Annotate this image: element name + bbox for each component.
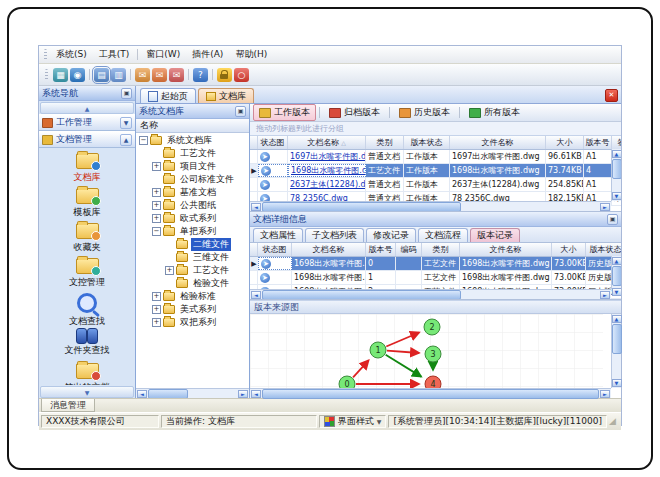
tree-node[interactable]: +双把系列 bbox=[136, 316, 249, 329]
header-cell[interactable]: 文件名称 bbox=[460, 243, 552, 256]
version-filter-button[interactable]: 工作版本 bbox=[253, 104, 316, 121]
scroll-up-icon[interactable]: ▲ bbox=[612, 150, 622, 158]
tree-node[interactable]: +基准文档 bbox=[136, 186, 249, 199]
grid-vscrollbar[interactable]: ▲▼ bbox=[611, 149, 621, 201]
pin-icon[interactable]: ▣ bbox=[121, 88, 132, 99]
document-link[interactable]: 2637主体(12284).dwg bbox=[290, 179, 366, 190]
menu-item[interactable]: 系统(S) bbox=[50, 47, 93, 62]
table-row[interactable]: ➤1697出水嘴零件图.dwg普通文档工作版本1697出水嘴零件图.dwg96.… bbox=[250, 150, 621, 164]
tree-node[interactable]: +公共图纸 bbox=[136, 199, 249, 212]
graph-hscrollbar[interactable]: ◄ ► bbox=[250, 388, 611, 398]
scroll-right-icon[interactable]: ► bbox=[600, 291, 610, 299]
header-cell[interactable]: 版本号 bbox=[366, 243, 396, 256]
tree-node[interactable]: +项目文件 bbox=[136, 160, 249, 173]
scroll-thumb[interactable] bbox=[612, 324, 622, 354]
mail-icon[interactable]: ✉ bbox=[135, 68, 150, 82]
resize-grip[interactable]: ◢ bbox=[609, 415, 619, 428]
menu-item[interactable]: 窗口(W) bbox=[140, 47, 186, 62]
tree-node[interactable]: +美式系列 bbox=[136, 303, 249, 316]
tree-node[interactable]: 二维文件 bbox=[136, 238, 249, 251]
grid-hscrollbar[interactable]: ◄► bbox=[250, 289, 611, 299]
scroll-right-icon[interactable]: ► bbox=[238, 390, 248, 398]
globe-icon[interactable]: ◉ bbox=[70, 68, 85, 82]
header-cell[interactable]: 大小 bbox=[546, 136, 584, 149]
graph-vscrollbar[interactable]: ▲ ▼ bbox=[611, 314, 621, 388]
toolbar-grip[interactable] bbox=[45, 69, 48, 80]
version-filter-button[interactable]: 所有版本 bbox=[463, 104, 526, 121]
expand-icon[interactable]: + bbox=[152, 188, 161, 197]
tree-node[interactable]: +工艺文件 bbox=[136, 264, 249, 277]
tree-node[interactable]: 工艺文件 bbox=[136, 147, 249, 160]
details-tab-子文档列表[interactable]: 子文档列表 bbox=[305, 228, 364, 242]
expand-icon[interactable]: + bbox=[152, 292, 161, 301]
header-cell[interactable]: 文件名称 bbox=[450, 136, 546, 149]
scroll-left-icon[interactable]: ◄ bbox=[137, 390, 147, 398]
scroll-thumb[interactable] bbox=[262, 290, 461, 300]
help-icon[interactable]: ? bbox=[193, 68, 208, 82]
sidebar-group-doc[interactable]: 文档管理▲ bbox=[39, 131, 135, 148]
sidebar-item[interactable]: 文档库 bbox=[42, 153, 132, 188]
grid-hscrollbar[interactable]: ◄► bbox=[250, 201, 611, 211]
sidebar-item[interactable]: 收藏夹 bbox=[42, 223, 132, 258]
header-cell[interactable]: 版本状态 bbox=[586, 243, 621, 256]
collapse-icon[interactable]: − bbox=[152, 227, 161, 236]
sidebar-group-work[interactable]: 工作管理▼ bbox=[39, 114, 135, 131]
tree-node[interactable]: −单把系列 bbox=[136, 225, 249, 238]
table-row[interactable]: ➤2637主体(12284).dwg普通文档工作版本2637主体(12284).… bbox=[250, 178, 621, 192]
sidebar-item[interactable]: 文控管理 bbox=[42, 258, 132, 293]
header-cell[interactable]: 签出状态 bbox=[612, 136, 621, 149]
tree-node[interactable]: +欧式系列 bbox=[136, 212, 249, 225]
scroll-down-icon[interactable]: ▼ bbox=[612, 288, 622, 296]
sidebar-item[interactable]: 文档查找 bbox=[42, 293, 132, 328]
scroll-left-icon[interactable]: ◄ bbox=[251, 203, 261, 211]
details-tab-文档流程[interactable]: 文档流程 bbox=[418, 228, 468, 242]
exit-icon[interactable]: ○ bbox=[234, 68, 249, 82]
scroll-thumb[interactable] bbox=[612, 159, 622, 179]
document-link[interactable]: 1698出水嘴零件图.dwg bbox=[291, 165, 366, 176]
scroll-left-icon[interactable]: ◄ bbox=[251, 390, 261, 398]
tree-node[interactable]: −系统文档库 bbox=[136, 134, 249, 147]
interface-style-button[interactable]: 界面样式 ▼ bbox=[319, 415, 387, 428]
scroll-up-icon[interactable]: ▲ bbox=[612, 315, 622, 323]
scroll-thumb[interactable] bbox=[262, 389, 599, 399]
expand-icon[interactable]: + bbox=[152, 162, 161, 171]
tab-起始页[interactable]: 起始页 bbox=[140, 88, 196, 103]
expand-icon[interactable]: + bbox=[152, 214, 161, 223]
scroll-thumb[interactable] bbox=[612, 266, 622, 286]
tree-node[interactable]: 公司标准文件 bbox=[136, 173, 249, 186]
header-cell[interactable]: 大小 bbox=[552, 243, 586, 256]
header-cell[interactable]: 类别 bbox=[422, 243, 460, 256]
mail-send-icon[interactable]: ✉ bbox=[152, 68, 167, 82]
scroll-up-icon[interactable]: ▲ bbox=[612, 257, 622, 265]
sidebar-item[interactable]: 模板库 bbox=[42, 188, 132, 223]
scroll-left-icon[interactable]: ◄ bbox=[251, 291, 261, 299]
grid-vscrollbar[interactable]: ▲▼ bbox=[611, 256, 621, 289]
version-filter-button[interactable]: 历史版本 bbox=[393, 104, 456, 121]
header-cell[interactable]: 文档名称△ bbox=[288, 136, 366, 149]
close-icon[interactable]: ✕ bbox=[605, 89, 618, 102]
sidebar-item[interactable]: 签出的文档 bbox=[42, 363, 132, 385]
header-cell[interactable]: 版本状态 bbox=[404, 136, 450, 149]
message-manager-tab[interactable]: 消息管理 bbox=[41, 399, 95, 412]
header-cell[interactable]: 版本号 bbox=[584, 136, 612, 149]
sidebar-collapse-down[interactable]: ▼ bbox=[40, 386, 134, 398]
details-tab-版本记录[interactable]: 版本记录 bbox=[470, 228, 520, 242]
desktop-icon[interactable]: ▦ bbox=[53, 68, 68, 82]
tree-column-header[interactable]: 名称 bbox=[136, 119, 249, 133]
details-tab-修改记录[interactable]: 修改记录 bbox=[366, 228, 416, 242]
scroll-right-icon[interactable]: ► bbox=[600, 203, 610, 211]
expand-icon[interactable]: + bbox=[152, 201, 161, 210]
tree-node[interactable]: 检验文件 bbox=[136, 277, 249, 290]
expand-icon[interactable]: + bbox=[165, 266, 174, 275]
header-cell[interactable]: 文档名称 bbox=[292, 243, 366, 256]
table-row[interactable]: ▶➤1698出水嘴零件图.dwg工艺文件工作版本1698出水嘴零件图.dwg73… bbox=[250, 164, 621, 178]
menu-item[interactable]: 插件(A) bbox=[186, 47, 229, 62]
window-icon[interactable]: ▥ bbox=[111, 68, 126, 82]
table-row[interactable]: ➤1698出水嘴零件图.dwg1工艺文件1698出水嘴零件图.dwg73.00K… bbox=[250, 271, 621, 285]
toolbar-grip[interactable] bbox=[44, 49, 47, 60]
menu-item[interactable]: 帮助(H) bbox=[229, 47, 273, 62]
expand-icon[interactable]: + bbox=[152, 318, 161, 327]
sidebar-collapse-up[interactable]: ▲ bbox=[40, 102, 134, 114]
mail-delete-icon[interactable]: ✉ bbox=[169, 68, 184, 82]
scroll-down-icon[interactable]: ▼ bbox=[612, 379, 622, 387]
